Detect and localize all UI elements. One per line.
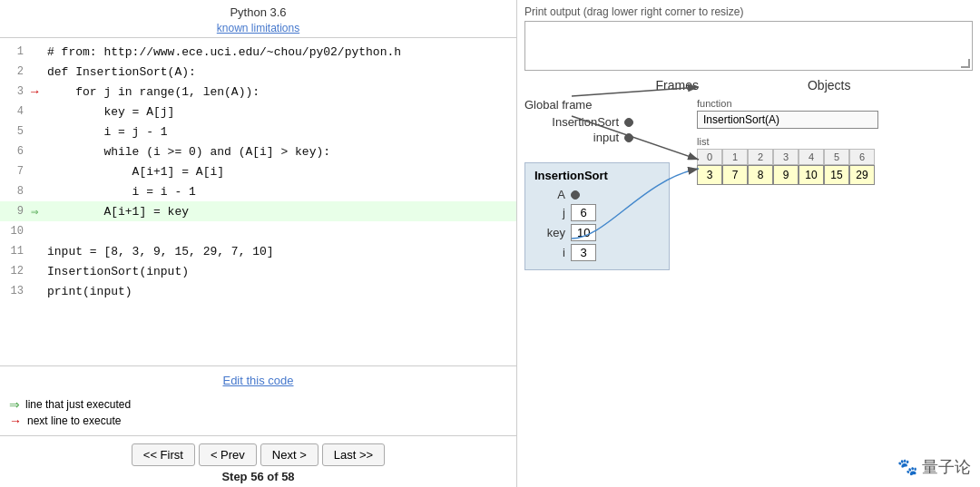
is-var-val-i: 3: [571, 244, 596, 261]
nav-buttons: << First < Prev Next > Last >>: [132, 443, 385, 466]
right-panel: Print output (drag lower right corner to…: [517, 0, 980, 487]
global-frame-label: Global frame: [524, 98, 670, 112]
list-value-4: 10: [799, 165, 824, 185]
legend: ⇒ line that just executed → next line to…: [0, 394, 516, 435]
code-line-4: 4 key = A[j]: [0, 102, 516, 122]
line-number: 11: [4, 245, 31, 258]
line-number: 6: [4, 145, 31, 158]
input-dot-icon: [624, 133, 633, 142]
code-line-9: 9⇒ A[i+1] = key: [0, 201, 516, 221]
code-line-11: 11input = [8, 3, 9, 15, 29, 7, 10]: [0, 241, 516, 261]
code-line-8: 8 i = i - 1: [0, 181, 516, 201]
line-number: 1: [4, 45, 31, 58]
list-container: 0123456 3789101529: [697, 149, 878, 185]
list-label: list: [697, 136, 878, 147]
code-line-13: 13print(input): [0, 281, 516, 301]
list-index-6: 6: [849, 149, 875, 165]
resize-handle-icon[interactable]: [961, 59, 970, 68]
left-panel: Python 3.6 known limitations 1# from: ht…: [0, 0, 517, 487]
code-line-2: 2def InsertionSort(A):: [0, 62, 516, 82]
is-var-key: key 10: [534, 224, 660, 241]
code-line-6: 6 while (i >= 0) and (A[i] > key):: [0, 141, 516, 161]
prev-button[interactable]: < Prev: [199, 443, 257, 466]
output-area: Print output (drag lower right corner to…: [524, 5, 973, 71]
legend-red-text: next line to execute: [27, 414, 121, 427]
line-number: 9: [4, 205, 31, 218]
line-code: print(input): [47, 285, 132, 298]
is-var-name-i: i: [534, 246, 571, 259]
output-box: [524, 21, 973, 71]
is-var-name-A: A: [534, 188, 571, 201]
line-number: 8: [4, 185, 31, 198]
is-var-i: i 3: [534, 244, 660, 261]
objects-column: function InsertionSort(A) list 0123456 3…: [697, 98, 878, 270]
frames-header: Frames: [656, 78, 699, 93]
frames-column: Global frame InsertionSort input Inserti…: [524, 98, 670, 270]
frames-objects-header: Frames Objects: [524, 78, 973, 93]
red-arrow-icon: →: [31, 84, 47, 99]
list-index-5: 5: [824, 149, 849, 165]
line-number: 7: [4, 165, 31, 178]
line-number: 12: [4, 265, 31, 278]
known-limitations-link[interactable]: known limitations: [217, 22, 299, 34]
insertionsort-dot-icon: [624, 118, 633, 127]
line-code: for j in range(1, len(A)):: [47, 85, 260, 99]
is-var-val-key: 10: [571, 224, 596, 241]
last-button[interactable]: Last >>: [322, 443, 385, 466]
legend-green-text: line that just executed: [25, 398, 131, 411]
list-index-2: 2: [748, 149, 773, 165]
line-code: input = [8, 3, 9, 15, 29, 7, 10]: [47, 245, 274, 258]
list-values: 3789101529: [697, 165, 878, 185]
is-var-val-j: 6: [571, 204, 596, 221]
list-value-1: 7: [722, 165, 748, 185]
line-number: 2: [4, 65, 31, 78]
list-value-6: 29: [849, 165, 875, 185]
is-var-A: A: [534, 188, 660, 201]
output-label: Print output (drag lower right corner to…: [524, 5, 973, 18]
nav-area: << First < Prev Next > Last >> Step 56 o…: [0, 435, 516, 487]
python-header: Python 3.6 known limitations: [0, 0, 516, 38]
next-button[interactable]: Next >: [260, 443, 318, 466]
is-var-j: j 6: [534, 204, 660, 221]
line-code: i = j - 1: [47, 125, 168, 139]
line-code: # from: http://www.ece.uci.edu/~chou/py0…: [47, 45, 401, 59]
green-arrow-icon: ⇒: [9, 397, 20, 412]
legend-red: → next line to execute: [9, 414, 507, 428]
list-index-4: 4: [799, 149, 824, 165]
code-line-1: 1# from: http://www.ece.uci.edu/~chou/py…: [0, 42, 516, 62]
is-frame-title: InsertionSort: [534, 169, 660, 182]
list-value-5: 15: [824, 165, 849, 185]
global-frame: Global frame InsertionSort input: [524, 98, 670, 146]
function-label: function: [697, 98, 878, 109]
line-number: 5: [4, 125, 31, 138]
line-code: while (i >= 0) and (A[i] > key):: [47, 145, 330, 159]
list-index-1: 1: [722, 149, 748, 165]
line-code: key = A[j]: [47, 105, 174, 119]
line-code: i = i - 1: [47, 185, 196, 199]
line-code: A[i+1] = A[i]: [47, 165, 224, 179]
insertion-sort-frame: InsertionSort A j 6 key 10 i: [524, 162, 670, 270]
frame-row-insertionsort: InsertionSort: [524, 115, 670, 129]
list-value-2: 8: [748, 165, 773, 185]
line-code: InsertionSort(input): [47, 265, 189, 278]
frame-name-input: input: [524, 131, 624, 144]
first-button[interactable]: << First: [132, 443, 195, 466]
line-number: 13: [4, 285, 31, 297]
watermark: 🐾 量子论: [897, 456, 971, 478]
line-number: 10: [4, 225, 31, 238]
list-value-3: 9: [773, 165, 799, 185]
frame-name-insertionsort: InsertionSort: [524, 115, 624, 129]
edit-code-link[interactable]: Edit this code: [222, 374, 293, 387]
is-A-dot-icon: [571, 190, 580, 200]
line-code: def InsertionSort(A):: [47, 65, 196, 79]
edit-link-container: Edit this code: [0, 365, 516, 394]
code-line-10: 10: [0, 221, 516, 241]
python-title: Python 3.6: [0, 5, 516, 19]
step-label: Step 56 of 58: [221, 470, 294, 483]
line-number: 4: [4, 105, 31, 118]
code-area: 1# from: http://www.ece.uci.edu/~chou/py…: [0, 38, 516, 365]
is-var-name-j: j: [534, 206, 571, 219]
code-line-3: 3→ for j in range(1, len(A)):: [0, 82, 516, 102]
list-indices: 0123456: [697, 149, 878, 165]
code-line-5: 5 i = j - 1: [0, 122, 516, 141]
